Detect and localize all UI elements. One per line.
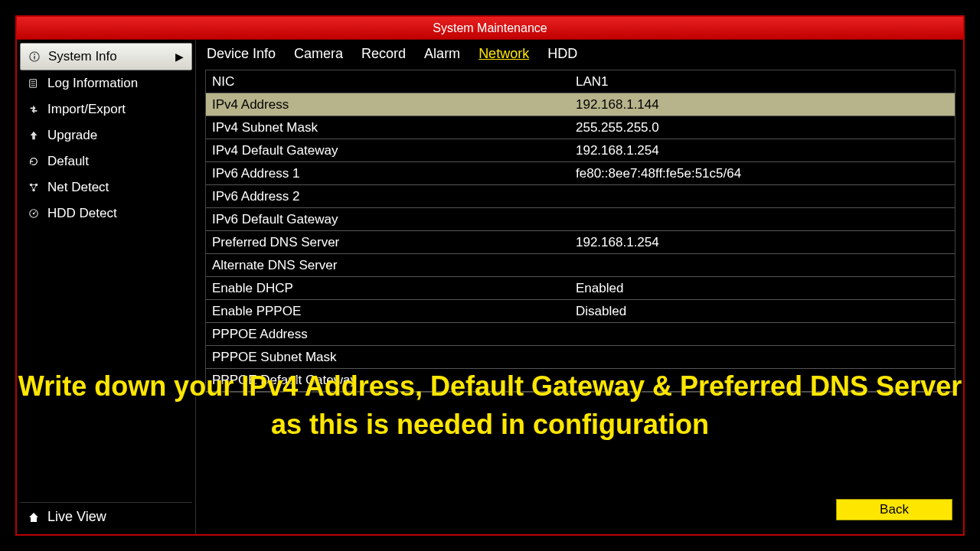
row-label: IPv4 Subnet Mask [206,120,570,135]
table-row[interactable]: IPv4 Address 192.168.1.144 [206,93,955,116]
row-label: IPv6 Default Gateway [206,212,570,227]
table-row[interactable]: IPv6 Address 1 fe80::8ee7:48ff:fe5e:51c5… [206,162,955,185]
table-header-row: NIC LAN1 [206,70,955,93]
tab-record[interactable]: Record [361,46,406,62]
sidebar-item-net-detect[interactable]: Net Detect [20,174,192,201]
table-row[interactable]: IPv4 Default Gateway 192.168.1.254 [206,139,955,162]
sidebar-item-label: HDD Detect [47,206,117,221]
tab-alarm[interactable]: Alarm [424,46,460,62]
titlebar: System Maintenance [17,17,963,40]
row-value: 192.168.1.144 [570,97,955,112]
sidebar: System Info ▶ Log Information Import/Exp… [17,40,196,534]
sidebar-item-import-export[interactable]: Import/Export [20,96,192,122]
sidebar-item-system-info[interactable]: System Info ▶ [20,43,192,70]
table-row[interactable]: IPv4 Subnet Mask 255.255.255.0 [206,116,955,139]
title-text: System Maintenance [433,21,547,35]
row-label: PPPOE Address [206,327,570,342]
net-detect-icon [28,181,40,194]
tab-device-info[interactable]: Device Info [207,46,276,62]
chevron-right-icon: ▶ [175,51,184,63]
row-label: Enable DHCP [206,281,570,296]
row-label: Preferred DNS Server [206,235,570,250]
sidebar-item-default[interactable]: Default [20,148,192,174]
sidebar-item-label: Upgrade [47,128,97,143]
tab-network[interactable]: Network [479,46,529,62]
app-frame: System Maintenance System Info ▶ Log Inf… [15,15,965,536]
live-view-label: Live View [47,509,106,525]
sidebar-item-label: Default [47,154,89,169]
sidebar-item-label: System Info [48,49,117,64]
row-label: PPPOE Subnet Mask [206,350,570,365]
hdd-detect-icon [28,207,40,220]
tabs: Device Info Camera Record Alarm Network … [199,41,960,65]
row-label: IPv4 Address [206,97,570,112]
row-label: Enable PPPOE [206,304,570,319]
svg-rect-1 [34,56,35,59]
sidebar-item-hdd-detect[interactable]: HDD Detect [20,201,192,227]
row-value: 192.168.1.254 [570,143,955,158]
tab-camera[interactable]: Camera [294,46,343,62]
table-row[interactable]: Enable DHCP Enabled [206,277,955,300]
row-value: 255.255.255.0 [570,120,955,135]
back-button[interactable]: Back [836,499,952,520]
svg-line-12 [34,185,37,191]
row-value: Disabled [570,304,955,319]
main-panel: Device Info Camera Record Alarm Network … [196,40,963,534]
row-value: fe80::8ee7:48ff:fe5e:51c5/64 [570,166,955,181]
default-icon [28,155,40,168]
table-row[interactable]: PPPOE Address [206,323,955,346]
table-row[interactable]: PPPOE Default Gateway [206,369,955,392]
sidebar-item-label: Net Detect [47,180,109,195]
home-icon [28,511,40,523]
row-label: IPv6 Address 1 [206,166,570,181]
table-row[interactable]: Preferred DNS Server 192.168.1.254 [206,231,955,254]
log-icon [28,77,40,90]
table-row[interactable]: Enable PPPOE Disabled [206,300,955,323]
sidebar-item-label: Import/Export [47,102,126,117]
table-row[interactable]: IPv6 Default Gateway [206,208,955,231]
row-label: Alternate DNS Server [206,258,570,273]
row-label: IPv4 Default Gateway [206,143,570,158]
table-row[interactable]: Alternate DNS Server [206,254,955,277]
header-label: NIC [206,74,570,90]
row-label: PPPOE Default Gateway [206,373,570,388]
row-label: IPv6 Address 2 [206,189,570,204]
info-icon [28,51,41,63]
import-export-icon [28,103,40,116]
sidebar-item-log-information[interactable]: Log Information [20,70,192,96]
svg-line-11 [31,185,34,191]
header-value: LAN1 [570,74,955,90]
table-row[interactable]: PPPOE Subnet Mask [206,346,955,369]
sidebar-item-upgrade[interactable]: Upgrade [20,122,192,148]
body: System Info ▶ Log Information Import/Exp… [17,40,963,534]
row-value: 192.168.1.254 [570,235,955,250]
svg-rect-2 [34,54,35,55]
network-table: NIC LAN1 IPv4 Address 192.168.1.144 IPv4… [205,70,956,393]
table-row[interactable]: IPv6 Address 2 [206,185,955,208]
row-value: Enabled [570,281,955,296]
sidebar-item-label: Log Information [47,76,138,91]
tab-hdd[interactable]: HDD [547,46,577,62]
svg-line-15 [34,211,37,214]
live-view-button[interactable]: Live View [20,502,192,531]
back-label: Back [880,502,909,517]
upgrade-icon [28,129,40,142]
